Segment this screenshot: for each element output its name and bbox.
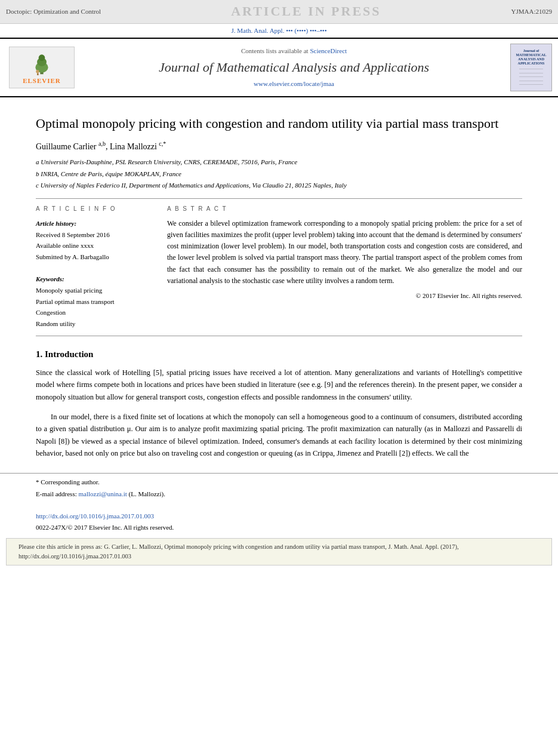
sciencedirect-link[interactable]: ScienceDirect xyxy=(310,47,347,54)
footnote-area: * Corresponding author. E-mail address: … xyxy=(0,473,558,538)
email-link[interactable]: mallozzi@unina.it xyxy=(78,490,127,497)
issn-line: 0022-247X/© 2017 Elsevier Inc. All right… xyxy=(36,523,522,533)
intro-para-1: Since the classical work of Hotelling [5… xyxy=(36,367,522,404)
author-separator: , Lina Mallozzi xyxy=(106,142,159,150)
affil-c: c,* xyxy=(159,140,166,147)
svg-point-4 xyxy=(36,70,39,73)
keyword-1: Monopoly spatial pricing xyxy=(36,285,155,296)
journal-title-block: Contents lists available at ScienceDirec… xyxy=(78,47,510,88)
article-in-press-label: ARTICLE IN PRESS xyxy=(231,2,381,21)
info-abstract-columns: A R T I C L E I N F O Article history: R… xyxy=(36,205,522,330)
divider-2 xyxy=(36,336,522,336)
elsevier-logo: ELSEVIER xyxy=(6,47,78,88)
article-title: Optimal monopoly pricing with congestion… xyxy=(36,115,522,133)
journal-header: ELSEVIER Contents lists available at Sci… xyxy=(0,38,558,97)
elsevier-text: ELSEVIER xyxy=(23,76,61,85)
keyword-4: Random utility xyxy=(36,318,155,330)
intro-heading: 1. Introduction xyxy=(36,348,522,361)
affiliations: a Université Paris-Dauphine, PSL Researc… xyxy=(36,157,522,191)
doi-link[interactable]: http://dx.doi.org/10.1016/j.jmaa.2017.01… xyxy=(36,511,522,522)
journal-id: YJMAA:21029 xyxy=(511,7,552,16)
intro-para-2: In our model, there is a fixed finite se… xyxy=(36,411,522,460)
copyright-line: © 2017 Elsevier Inc. All rights reserved… xyxy=(167,291,522,300)
abstract-heading: A B S T R A C T xyxy=(167,205,522,213)
keywords-label: Keywords: xyxy=(36,273,155,285)
doi-line: J. Math. Anal. Appl. ••• (••••) •••–••• xyxy=(0,24,558,38)
corresponding-text: * Corresponding author. xyxy=(36,478,100,485)
doctopic-label: Doctopic: Optimization and Control xyxy=(6,7,101,16)
corresponding-note: * Corresponding author. xyxy=(36,477,522,488)
top-banner: Doctopic: Optimization and Control ARTIC… xyxy=(0,0,558,24)
author-carlier: Guillaume Carlier xyxy=(36,142,98,150)
svg-point-3 xyxy=(39,54,45,61)
email-suffix: (L. Mallozzi). xyxy=(127,490,165,497)
svg-rect-5 xyxy=(37,73,39,75)
journal-name: Journal of Mathematical Analysis and App… xyxy=(78,59,510,77)
journal-cover: Journal ofMATHEMATICALANALYSIS ANDAPPLIC… xyxy=(510,44,552,91)
doi-text: J. Math. Anal. Appl. ••• (••••) •••–••• xyxy=(231,27,326,34)
affiliation-c: c University of Naples Federico II, Depa… xyxy=(36,180,522,191)
keyword-3: Congestion xyxy=(36,307,155,318)
sciencedirect-line: Contents lists available at ScienceDirec… xyxy=(78,47,510,56)
authors-line: Guillaume Carlier a,b, Lina Mallozzi c,* xyxy=(36,140,522,152)
abstract-text: We consider a bilevel optimization frame… xyxy=(167,218,522,287)
main-content: Optimal monopoly pricing with congestion… xyxy=(0,97,558,473)
article-info-heading: A R T I C L E I N F O xyxy=(36,205,155,213)
affiliation-a: a Université Paris-Dauphine, PSL Researc… xyxy=(36,157,522,168)
article-history: Article history: Received 8 September 20… xyxy=(36,218,155,330)
divider-1 xyxy=(36,198,522,199)
elsevier-tree-icon xyxy=(24,51,60,75)
affiliation-b: b INRIA, Centre de Paris, équipe MOKAPLA… xyxy=(36,169,522,180)
journal-url[interactable]: www.elsevier.com/locate/jmaa xyxy=(78,79,510,88)
history-label: Article history: xyxy=(36,218,155,229)
elsevier-logo-box: ELSEVIER xyxy=(9,47,75,88)
citation-text: Please cite this article in press as: G.… xyxy=(19,543,459,560)
sciencedirect-prefix: Contents lists available at xyxy=(241,47,310,54)
email-line: E-mail address: mallozzi@unina.it (L. Ma… xyxy=(36,489,522,500)
affil-a: a,b xyxy=(98,140,106,147)
para2-text: In our model, there is a fixed finite se… xyxy=(36,411,522,460)
submitted-by: Submitted by A. Barbagallo xyxy=(36,251,155,263)
keyword-2: Partial optimal mass transport xyxy=(36,296,155,308)
abstract-column: A B S T R A C T We consider a bilevel op… xyxy=(167,205,522,330)
doi-url[interactable]: http://dx.doi.org/10.1016/j.jmaa.2017.01… xyxy=(36,512,154,520)
para1-text: Since the classical work of Hotelling [5… xyxy=(36,368,522,401)
available-online: Available online xxxx xyxy=(36,240,155,251)
received-date: Received 8 September 2016 xyxy=(36,229,155,241)
citation-bar: Please cite this article in press as: G.… xyxy=(6,538,552,566)
article-info-column: A R T I C L E I N F O Article history: R… xyxy=(36,205,155,330)
email-label: E-mail address: xyxy=(36,490,78,497)
